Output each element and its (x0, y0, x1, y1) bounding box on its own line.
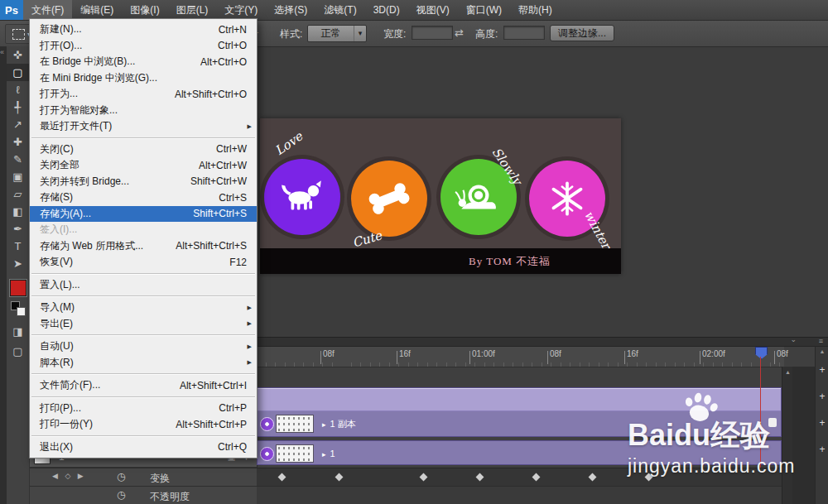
ruler-label: 08f (550, 349, 561, 358)
menubar-item-window[interactable]: 窗口(W) (458, 0, 510, 20)
clip-thumbnail-badge-icon (260, 417, 274, 431)
menu-item-shortcut: Shift+Ctrl+W (190, 175, 247, 187)
ruler-label: 01:00f (472, 349, 495, 358)
menubar-item-select[interactable]: 选择(S) (266, 0, 315, 20)
refine-edge-button[interactable]: 调整边缘... (550, 25, 614, 41)
file-menu-item[interactable]: 新建(N)...Ctrl+N (30, 22, 257, 38)
menubar-item-file[interactable]: 文件(F) (23, 0, 72, 20)
height-input[interactable] (503, 26, 545, 40)
file-menu-item[interactable]: 最近打开文件(T) (30, 118, 257, 135)
menu-item-shortcut: F12 (229, 257, 247, 268)
crop-tool[interactable]: ╃ (7, 98, 29, 116)
menubar-item-layer[interactable]: 图层(L) (168, 0, 217, 20)
file-menu-item[interactable]: 打开(O)...Ctrl+O (30, 38, 257, 55)
property-row-opacity[interactable]: ◷ 不透明度 (29, 486, 257, 504)
clip-thumbnail (276, 444, 314, 463)
stopwatch-icon[interactable]: ◷ (117, 489, 125, 501)
gradient-tool[interactable]: ◧ (7, 203, 29, 220)
file-menu-item[interactable]: 置入(L)... (30, 277, 257, 294)
keyframe-icon[interactable] (589, 473, 597, 482)
keyframe-nav-icons[interactable]: ◀ ◇ ▶ (52, 472, 86, 480)
keyframe-icon[interactable] (335, 473, 344, 482)
photoshop-logo[interactable]: Ps (0, 0, 23, 20)
panel-menu-icon[interactable]: ≡ (819, 337, 823, 345)
eyedropper-tool[interactable]: ↗ (7, 116, 29, 133)
timeline-ruler[interactable]: 08f 16f 01:00f 08f 16f 02:00f 08f (257, 345, 784, 367)
menu-item-label: 新建(N)... (40, 22, 82, 36)
menu-item-label: 关闭(C) (40, 142, 74, 156)
canvas-image[interactable]: Love Cute Slowly winter By TOM 不连福 (260, 118, 621, 274)
file-menu-item[interactable]: 存储为 Web 所用格式...Alt+Shift+Ctrl+S (30, 238, 257, 255)
menu-item-label: 恢复(V) (40, 255, 73, 269)
move-tool[interactable]: ✜ (7, 46, 29, 64)
foreground-color-swatch[interactable] (10, 280, 26, 296)
rectangular-marquee-tool[interactable]: ▢ (7, 64, 29, 81)
keyframe-icon[interactable] (532, 473, 541, 482)
brush-tool[interactable]: ✎ (7, 151, 29, 168)
file-menu-item[interactable]: 打开为...Alt+Shift+Ctrl+O (30, 86, 257, 103)
file-menu-item[interactable]: 关闭(C)Ctrl+W (30, 142, 257, 158)
lasso-tool[interactable]: ℓ (7, 81, 29, 98)
style-value: 正常 (308, 26, 354, 41)
file-menu-item[interactable]: 关闭全部Alt+Ctrl+W (30, 157, 257, 174)
file-menu-item[interactable]: 退出(X)Ctrl+Q (30, 439, 257, 456)
screen-mode-button[interactable]: ▢ (7, 343, 29, 360)
add-media-button[interactable]: + (816, 359, 828, 386)
menubar-item-view[interactable]: 视图(V) (408, 0, 458, 20)
style-select[interactable]: 正常 ▾ (307, 25, 367, 42)
property-row-transform[interactable]: ◀ ◇ ▶ ◷ 变换 (29, 468, 257, 487)
menu-item-shortcut: Alt+Shift+Ctrl+I (180, 380, 247, 391)
eraser-tool[interactable]: ▱ (7, 185, 29, 203)
badge-label: Love (272, 129, 306, 159)
menubar-item-type[interactable]: 文字(Y) (216, 0, 266, 20)
menu-item-label: 存储为(A)... (40, 207, 91, 221)
width-input[interactable] (412, 26, 453, 40)
file-menu-item[interactable]: 导出(E) (30, 316, 257, 333)
file-menu-item[interactable]: 在 Mini Bridge 中浏览(G)... (30, 70, 257, 87)
clone-stamp-tool[interactable]: ▣ (7, 168, 29, 185)
file-menu-item-save-as[interactable]: 存储为(A)...Shift+Ctrl+S (30, 206, 257, 223)
scroll-up-icon[interactable]: ▲ (816, 345, 828, 359)
file-menu-item[interactable]: 关闭并转到 Bridge...Shift+Ctrl+W (30, 174, 257, 190)
swap-dimensions-icon[interactable]: ⇄ (455, 26, 464, 39)
photoshop-window: Ps 文件(F) 编辑(E) 图像(I) 图层(L) 文字(Y) 选择(S) 滤… (0, 0, 828, 504)
file-menu-item[interactable]: 导入(M) (30, 300, 257, 316)
menu-item-shortcut: Ctrl+N (219, 24, 247, 36)
file-menu-item[interactable]: 存储(S)Ctrl+S (30, 190, 257, 206)
keyframe-icon[interactable] (476, 473, 484, 482)
path-selection-tool[interactable]: ➤ (7, 255, 29, 272)
style-label: 样式: (280, 27, 302, 41)
file-menu-item[interactable]: 打印(P)...Ctrl+P (30, 401, 257, 417)
menubar-item-edit[interactable]: 编辑(E) (72, 0, 122, 20)
clip-label: 1 副本 (322, 418, 356, 430)
menubar-item-help[interactable]: 帮助(H) (510, 0, 561, 20)
healing-brush-tool[interactable]: ✚ (7, 133, 29, 151)
file-menu-item[interactable]: 打开为智能对象... (30, 103, 257, 119)
file-menu-item[interactable]: 恢复(V)F12 (30, 254, 257, 271)
menubar-item-image[interactable]: 图像(I) (122, 0, 167, 20)
file-menu-item[interactable]: 自动(U) (30, 338, 257, 355)
menubar-item-3d[interactable]: 3D(D) (365, 0, 408, 20)
menu-item-shortcut: Ctrl+S (219, 192, 247, 204)
background-color-swatch[interactable] (17, 307, 26, 316)
menubar-item-filter[interactable]: 滤镜(T) (315, 0, 364, 20)
stopwatch-icon[interactable]: ◷ (117, 471, 125, 482)
file-menu-item[interactable]: 文件简介(F)...Alt+Shift+Ctrl+I (30, 377, 257, 394)
collapse-arrows-icon[interactable]: « (0, 48, 4, 56)
keyframe-icon[interactable] (420, 473, 428, 482)
type-tool[interactable]: T (7, 238, 29, 255)
menu-separator (31, 396, 255, 398)
panel-collapse-strip: « (0, 46, 7, 504)
file-menu-dropdown: 新建(N)...Ctrl+N 打开(O)...Ctrl+O 在 Bridge 中… (29, 18, 258, 458)
file-menu-item[interactable]: 在 Bridge 中浏览(B)...Alt+Ctrl+O (30, 54, 257, 70)
quick-mask-button[interactable]: ◨ (7, 323, 29, 340)
snail-icon (455, 178, 503, 216)
file-menu-item[interactable]: 脚本(R) (30, 355, 257, 372)
pen-tool[interactable]: ✒ (7, 220, 29, 238)
keyframe-lane (257, 486, 782, 504)
menu-item-label: 存储为 Web 所用格式... (40, 239, 143, 253)
file-menu-item[interactable]: 打印一份(Y)Alt+Shift+Ctrl+P (30, 416, 257, 433)
badge-cute (351, 161, 427, 237)
keyframe-icon[interactable] (278, 473, 286, 482)
tool-bar: ✜ ▢ ℓ ╃ ↗ ✚ ✎ ▣ ▱ ◧ ✒ T ➤ ◨ ▢ (7, 46, 30, 504)
